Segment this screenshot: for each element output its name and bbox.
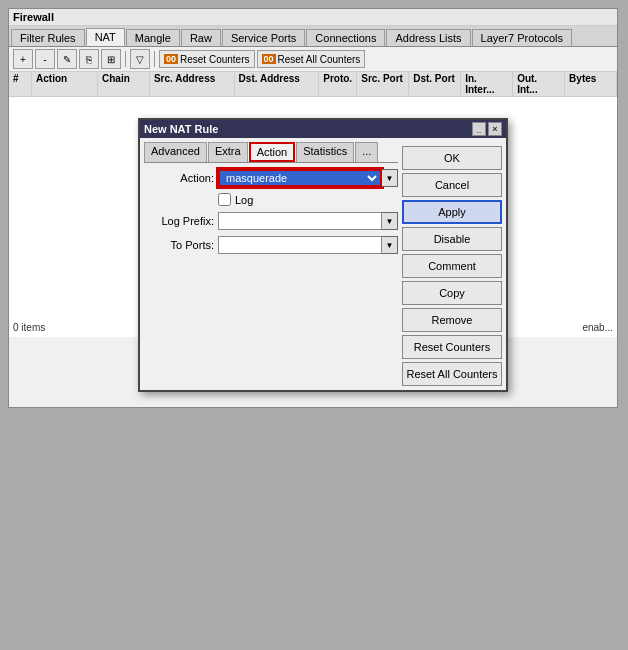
- dialog-tab-more[interactable]: ...: [355, 142, 378, 162]
- toolbar: + - ✎ ⎘ ⊞ ▽ 00 Reset Counters 00 Reset A…: [9, 47, 617, 72]
- tab-filter-rules[interactable]: Filter Rules: [11, 29, 85, 46]
- dialog-tabs: Advanced Extra Action Statistics ...: [144, 142, 398, 163]
- col-header-dst-address: Dst. Address: [235, 72, 320, 96]
- paste-button[interactable]: ⊞: [101, 49, 121, 69]
- tab-layer7-protocols[interactable]: Layer7 Protocols: [472, 29, 573, 46]
- cancel-button[interactable]: Cancel: [402, 173, 502, 197]
- col-header-out-interface: Out. Int...: [513, 72, 565, 96]
- dialog-title: New NAT Rule: [144, 123, 218, 135]
- main-tabs: Filter Rules NAT Mangle Raw Service Port…: [9, 26, 617, 47]
- col-header-bytes: Bytes: [565, 72, 617, 96]
- col-header-action: Action: [32, 72, 98, 96]
- enab-label: enab...: [582, 322, 613, 333]
- filter-button[interactable]: ▽: [130, 49, 150, 69]
- toolbar-separator-2: [154, 51, 155, 67]
- col-header-dst-port: Dst. Port: [409, 72, 461, 96]
- action-row: Action: masquerade ▼: [144, 169, 398, 187]
- dialog-tab-action[interactable]: Action: [249, 142, 296, 162]
- col-header-hash: #: [9, 72, 32, 96]
- dialog-close-button[interactable]: ×: [488, 122, 502, 136]
- action-label: Action:: [144, 172, 214, 184]
- dialog-content: Advanced Extra Action Statistics ... Act…: [140, 138, 506, 390]
- tab-nat[interactable]: NAT: [86, 28, 125, 46]
- oo-badge-1: 00: [164, 54, 178, 64]
- items-count: 0 items: [13, 322, 45, 333]
- log-prefix-row: Log Prefix: ▼: [144, 212, 398, 230]
- log-prefix-label: Log Prefix:: [144, 215, 214, 227]
- reset-counters-button[interactable]: 00 Reset Counters: [159, 50, 255, 68]
- comment-button[interactable]: Comment: [402, 254, 502, 278]
- col-header-in-interface: In. Inter...: [461, 72, 513, 96]
- tab-service-ports[interactable]: Service Ports: [222, 29, 305, 46]
- oo-badge-2: 00: [262, 54, 276, 64]
- disable-button[interactable]: Disable: [402, 227, 502, 251]
- ok-button[interactable]: OK: [402, 146, 502, 170]
- new-nat-rule-dialog: New NAT Rule _ × Advanced Extra Actio: [138, 118, 508, 392]
- col-header-chain: Chain: [98, 72, 150, 96]
- to-ports-input[interactable]: [218, 236, 382, 254]
- to-ports-label: To Ports:: [144, 239, 214, 251]
- reset-counters-button-dialog[interactable]: Reset Counters: [402, 335, 502, 359]
- tab-raw[interactable]: Raw: [181, 29, 221, 46]
- col-header-src-address: Src. Address: [150, 72, 235, 96]
- dialog-minimize-button[interactable]: _: [472, 122, 486, 136]
- log-label: Log: [235, 194, 253, 206]
- toolbar-separator-1: [125, 51, 126, 67]
- action-dropdown-arrow[interactable]: ▼: [382, 169, 398, 187]
- tab-address-lists[interactable]: Address Lists: [386, 29, 470, 46]
- dialog-left-panel: Advanced Extra Action Statistics ... Act…: [144, 142, 398, 386]
- dialog-tab-statistics[interactable]: Statistics: [296, 142, 354, 162]
- log-checkbox-row: Log: [218, 193, 398, 206]
- reset-all-counters-button-dialog[interactable]: Reset All Counters: [402, 362, 502, 386]
- to-ports-arrow[interactable]: ▼: [382, 236, 398, 254]
- remove-button-dialog[interactable]: Remove: [402, 308, 502, 332]
- edit-button[interactable]: ✎: [57, 49, 77, 69]
- to-ports-row: To Ports: ▼: [144, 236, 398, 254]
- tab-mangle[interactable]: Mangle: [126, 29, 180, 46]
- filter-icon: ▽: [136, 54, 144, 65]
- col-header-proto: Proto.: [319, 72, 357, 96]
- main-title: Firewall: [13, 11, 54, 23]
- log-checkbox[interactable]: [218, 193, 231, 206]
- dialog-title-bar: New NAT Rule _ ×: [140, 120, 506, 138]
- dialog-tab-advanced[interactable]: Advanced: [144, 142, 207, 162]
- dialog-buttons-panel: OK Cancel Apply Disable Comment Copy Rem…: [402, 142, 502, 386]
- to-ports-control: ▼: [218, 236, 398, 254]
- action-control: masquerade ▼: [218, 169, 398, 187]
- copy-button-dialog[interactable]: Copy: [402, 281, 502, 305]
- copy-button[interactable]: ⎘: [79, 49, 99, 69]
- reset-all-counters-button[interactable]: 00 Reset All Counters: [257, 50, 366, 68]
- log-prefix-arrow[interactable]: ▼: [382, 212, 398, 230]
- log-prefix-control: ▼: [218, 212, 398, 230]
- action-select[interactable]: masquerade: [218, 169, 382, 187]
- table-header: # Action Chain Src. Address Dst. Address…: [9, 72, 617, 97]
- dialog-title-buttons: _ ×: [472, 122, 502, 136]
- log-prefix-input[interactable]: [218, 212, 382, 230]
- main-title-bar: Firewall: [9, 9, 617, 26]
- apply-button[interactable]: Apply: [402, 200, 502, 224]
- dialog-tab-extra[interactable]: Extra: [208, 142, 248, 162]
- remove-button[interactable]: -: [35, 49, 55, 69]
- tab-connections[interactable]: Connections: [306, 29, 385, 46]
- add-button[interactable]: +: [13, 49, 33, 69]
- col-header-src-port: Src. Port: [357, 72, 409, 96]
